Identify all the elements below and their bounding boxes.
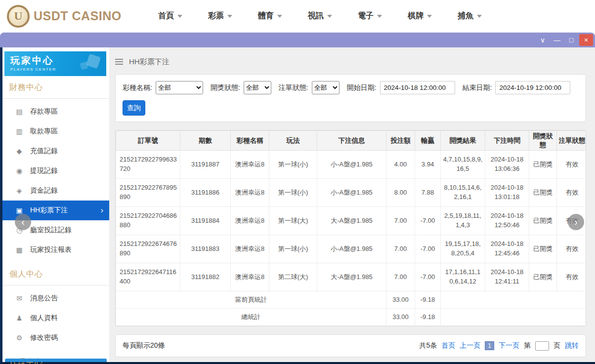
order-status-filter-select[interactable]: 全部 bbox=[312, 81, 340, 94]
col-order-number: 訂單號 bbox=[116, 131, 180, 151]
sidebar-item-change-password[interactable]: ⚙ 修改密碼 bbox=[2, 328, 109, 348]
chevron-down-icon bbox=[327, 15, 332, 18]
sidebar-item-label: HH彩票下注 bbox=[30, 206, 68, 215]
cell-draw-status: 已開獎 bbox=[529, 235, 557, 263]
sidebar-item-label: 充值記錄 bbox=[30, 147, 58, 156]
nav-item-live[interactable]: 視訊 bbox=[295, 11, 345, 21]
cell-draw-status: 已開獎 bbox=[529, 179, 557, 207]
brand-logo-link[interactable]: U USDT CASINO bbox=[0, 5, 125, 28]
cell-draw-status: 已開獎 bbox=[529, 263, 557, 291]
draw-status-filter-select[interactable]: 全部 bbox=[244, 81, 271, 94]
nav-item-label: 棋牌 bbox=[408, 11, 424, 21]
draw-status-filter-label: 開獎狀態: bbox=[211, 83, 240, 92]
collapse-button[interactable]: ∨ bbox=[536, 34, 549, 46]
cell-order-status: 有效 bbox=[557, 235, 587, 263]
cell-time: 2024-10-18 13:06:36 bbox=[485, 151, 529, 179]
lottery-filter-select[interactable]: 全部 bbox=[156, 81, 203, 94]
col-bet-amount: 投注額 bbox=[386, 131, 415, 151]
bets-table: 訂單號 期數 彩種名稱 玩法 下注信息 投注額 輸贏 開獎結果 下注時間 開獎狀… bbox=[116, 130, 586, 326]
cell-result: 2,5,19,18,11,1,4,3 bbox=[441, 207, 485, 235]
sidebar-item-label: 消息公告 bbox=[30, 294, 58, 303]
sidebar-item-fund-record[interactable]: ◈ 資金記錄 bbox=[2, 181, 109, 201]
cell-winloss: -7.00 bbox=[415, 263, 441, 291]
nav-item-label: 首頁 bbox=[158, 11, 174, 21]
cell-draw-status: 已開獎 bbox=[529, 151, 557, 179]
start-date-input[interactable] bbox=[380, 81, 455, 94]
nav-item-boardgames[interactable]: 棋牌 bbox=[395, 11, 445, 21]
screen: U USDT CASINO 首頁 彩票 體育 視訊 電子 bbox=[0, 0, 595, 364]
cell-play: 第一球(大) bbox=[269, 207, 317, 235]
end-date-input[interactable] bbox=[495, 81, 570, 94]
page-size-label: 每頁顯示20條 bbox=[123, 341, 165, 350]
cell-amount: 8.00 bbox=[386, 179, 415, 207]
chevron-down-icon bbox=[477, 15, 482, 18]
nav-item-label: 彩票 bbox=[208, 11, 224, 21]
pager: 共5条 首页 上一页 1 下一页 第 页 跳转 bbox=[420, 341, 579, 351]
table-row: 2152172922704686880 31191884 澳洲幸运8 第一球(大… bbox=[116, 207, 587, 235]
chevron-right-icon: › bbox=[101, 206, 103, 215]
total-count-label: 共5条 bbox=[420, 341, 437, 350]
search-button[interactable]: 查詢 bbox=[123, 100, 145, 116]
cell-bet-info: 大-A盤@1.985 bbox=[317, 263, 386, 291]
minimize-button[interactable]: — bbox=[551, 34, 563, 46]
total-summary-row: 總統計 33.00 -9.18 bbox=[116, 309, 587, 326]
nav-item-home[interactable]: 首頁 bbox=[145, 11, 195, 21]
table-row: 2152172922674676890 31191883 澳洲幸运8 第一球(小… bbox=[116, 235, 587, 263]
nav-item-label: 體育 bbox=[258, 11, 274, 21]
nav-item-sports[interactable]: 體育 bbox=[245, 11, 295, 21]
cell-bet-info: 小-A盤@1.985 bbox=[317, 235, 386, 263]
page-jump-input[interactable] bbox=[535, 341, 549, 351]
recharge-record-icon: ◆ bbox=[15, 147, 23, 155]
scroll-right-button[interactable]: › bbox=[568, 214, 584, 230]
cell-period: 31191884 bbox=[180, 207, 231, 235]
scroll-left-button[interactable]: ‹ bbox=[15, 214, 31, 230]
first-page-link[interactable]: 首页 bbox=[441, 341, 455, 350]
sidebar-item-profile[interactable]: ♟ 個人資料 bbox=[2, 308, 109, 328]
cell-period: 31191882 bbox=[180, 263, 231, 291]
page-prefix-label: 第 bbox=[524, 341, 531, 350]
sidebar-item-player-bet-report[interactable]: ▦ 玩家投注報表 bbox=[2, 240, 109, 260]
cell-order-status: 有效 bbox=[557, 263, 587, 291]
jump-button[interactable]: 跳转 bbox=[565, 341, 579, 350]
cell-time: 2024-10-18 13:01:18 bbox=[485, 179, 529, 207]
cell-order: 2152172922799633720 bbox=[116, 151, 180, 179]
page-summary-winloss: -9.18 bbox=[415, 291, 441, 309]
profile-person-icon: ♟ bbox=[15, 314, 23, 322]
page-title: HH彩票下注 bbox=[129, 57, 170, 67]
sidebar-item-withdraw[interactable]: ▥ 取款專區 bbox=[2, 121, 109, 141]
sidebar-item-recharge-record[interactable]: ◆ 充值記錄 bbox=[2, 141, 109, 161]
cell-bet-info: 大-A盤@1.985 bbox=[317, 207, 386, 235]
menu-toggle-icon[interactable] bbox=[115, 59, 123, 65]
nav-item-label: 視訊 bbox=[308, 11, 324, 21]
nav-item-fishing[interactable]: 捕魚 bbox=[445, 11, 495, 21]
personal-menu: ✉ 消息公告 ♟ 個人資料 ⚙ 修改密碼 bbox=[2, 285, 109, 351]
cell-result: 8,10,15,14,6,2,16,1 bbox=[441, 179, 485, 207]
sidebar-item-label: 取款專區 bbox=[30, 127, 58, 136]
cell-play: 第一球(小) bbox=[269, 151, 317, 179]
pagination-panel: 每頁顯示20條 共5条 首页 上一页 1 下一页 第 页 跳转 bbox=[115, 334, 586, 357]
sidebar-item-withdraw-record[interactable]: ◉ 提現記錄 bbox=[2, 161, 109, 181]
nav-item-slots[interactable]: 電子 bbox=[345, 11, 395, 21]
sidebar-item-deposit[interactable]: ▤ 存款專區 bbox=[2, 102, 109, 121]
close-button[interactable]: × bbox=[579, 34, 593, 46]
cell-order-status: 有效 bbox=[557, 151, 587, 179]
end-date-label: 結束日期: bbox=[463, 83, 492, 92]
cell-result: 17,1,16,11,10,6,14,12 bbox=[441, 263, 485, 291]
prev-page-link[interactable]: 上一页 bbox=[460, 341, 480, 350]
col-period: 期數 bbox=[180, 131, 231, 151]
cell-winloss: -7.00 bbox=[415, 235, 441, 263]
cell-amount: 7.00 bbox=[386, 263, 415, 291]
sidebar-item-announcements[interactable]: ✉ 消息公告 bbox=[2, 288, 109, 308]
cell-bet-info: 小-A盤@1.985 bbox=[317, 151, 386, 179]
withdraw-record-icon: ◉ bbox=[15, 167, 23, 175]
withdraw-icon: ▥ bbox=[15, 127, 23, 135]
total-summary-empty bbox=[441, 309, 587, 326]
next-page-link[interactable]: 下一页 bbox=[499, 341, 519, 350]
sidebar-item-label: 個人資料 bbox=[30, 314, 58, 323]
nav-item-lottery[interactable]: 彩票 bbox=[195, 11, 245, 21]
col-bet-info: 下注信息 bbox=[317, 131, 386, 151]
cell-play: 第一球(小) bbox=[269, 235, 317, 263]
maximize-button[interactable]: □ bbox=[565, 34, 578, 46]
table-row: 2152172922799633720 31191887 澳洲幸运8 第一球(小… bbox=[116, 151, 587, 179]
top-navbar: U USDT CASINO 首頁 彩票 體育 視訊 電子 bbox=[0, 0, 595, 33]
